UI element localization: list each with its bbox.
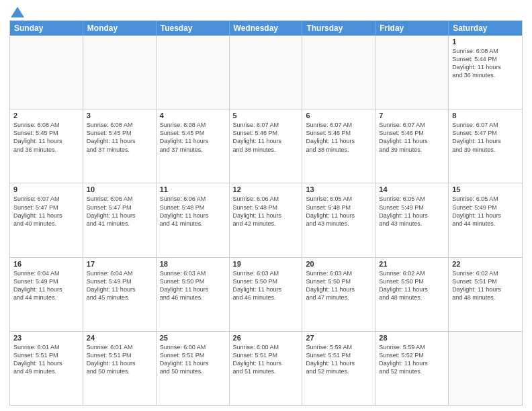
- cal-cell: 7Sunrise: 6:07 AM Sunset: 5:46 PM Daylig…: [375, 109, 449, 183]
- cal-cell: 17Sunrise: 6:04 AM Sunset: 5:49 PM Dayli…: [83, 258, 157, 331]
- cal-cell: [302, 36, 375, 109]
- day-number: 25: [160, 334, 226, 342]
- cal-cell: 13Sunrise: 6:05 AM Sunset: 5:48 PM Dayli…: [302, 183, 375, 257]
- cal-cell: 28Sunrise: 5:59 AM Sunset: 5:52 PM Dayli…: [375, 332, 449, 405]
- cal-cell: 2Sunrise: 6:08 AM Sunset: 5:45 PM Daylig…: [10, 109, 83, 183]
- day-number: 26: [233, 334, 299, 342]
- cal-cell: [375, 36, 449, 109]
- cell-info: Sunrise: 6:08 AM Sunset: 5:45 PM Dayligh…: [87, 121, 152, 154]
- cal-cell: 20Sunrise: 6:03 AM Sunset: 5:50 PM Dayli…: [302, 258, 375, 331]
- day-number: 1: [452, 38, 519, 46]
- day-header-friday: Friday: [375, 21, 449, 36]
- cal-row-3: 16Sunrise: 6:04 AM Sunset: 5:49 PM Dayli…: [10, 257, 522, 331]
- day-number: 13: [306, 185, 371, 193]
- cell-info: Sunrise: 6:06 AM Sunset: 5:47 PM Dayligh…: [87, 195, 152, 228]
- cal-cell: [157, 36, 230, 109]
- day-header-sunday: Sunday: [10, 21, 83, 36]
- day-number: 6: [306, 111, 371, 120]
- cell-info: Sunrise: 6:05 AM Sunset: 5:48 PM Dayligh…: [306, 195, 371, 228]
- cal-cell: 21Sunrise: 6:02 AM Sunset: 5:50 PM Dayli…: [375, 258, 449, 331]
- cal-cell: 22Sunrise: 6:02 AM Sunset: 5:51 PM Dayli…: [449, 258, 522, 331]
- cal-row-2: 9Sunrise: 6:07 AM Sunset: 5:47 PM Daylig…: [10, 183, 522, 257]
- cal-cell: 25Sunrise: 6:00 AM Sunset: 5:51 PM Dayli…: [157, 332, 230, 405]
- day-header-monday: Monday: [83, 21, 157, 36]
- cell-info: Sunrise: 6:05 AM Sunset: 5:49 PM Dayligh…: [379, 195, 445, 228]
- day-header-thursday: Thursday: [302, 21, 375, 36]
- logo: [9, 7, 26, 15]
- cell-info: Sunrise: 6:04 AM Sunset: 5:49 PM Dayligh…: [13, 269, 79, 302]
- cell-info: Sunrise: 6:07 AM Sunset: 5:46 PM Dayligh…: [306, 121, 371, 154]
- cal-cell: 18Sunrise: 6:03 AM Sunset: 5:50 PM Dayli…: [157, 258, 230, 331]
- cal-cell: [10, 36, 83, 109]
- cal-cell: 10Sunrise: 6:06 AM Sunset: 5:47 PM Dayli…: [83, 183, 157, 257]
- cell-info: Sunrise: 6:04 AM Sunset: 5:49 PM Dayligh…: [87, 269, 152, 302]
- calendar-header: SundayMondayTuesdayWednesdayThursdayFrid…: [10, 21, 522, 36]
- day-number: 7: [379, 111, 445, 120]
- cell-info: Sunrise: 6:03 AM Sunset: 5:50 PM Dayligh…: [233, 269, 299, 302]
- day-number: 3: [87, 111, 152, 120]
- cal-cell: [83, 36, 157, 109]
- day-number: 9: [13, 185, 79, 193]
- day-number: 18: [160, 260, 226, 268]
- cal-cell: 12Sunrise: 6:06 AM Sunset: 5:48 PM Dayli…: [230, 183, 303, 257]
- day-header-saturday: Saturday: [449, 21, 522, 36]
- day-number: 12: [233, 185, 299, 193]
- day-header-wednesday: Wednesday: [230, 21, 303, 36]
- cal-cell: 1Sunrise: 6:08 AM Sunset: 5:44 PM Daylig…: [449, 36, 522, 109]
- cell-info: Sunrise: 5:59 AM Sunset: 5:51 PM Dayligh…: [306, 343, 371, 376]
- cal-cell: [449, 332, 522, 405]
- cell-info: Sunrise: 6:01 AM Sunset: 5:51 PM Dayligh…: [13, 343, 79, 376]
- cell-info: Sunrise: 6:02 AM Sunset: 5:50 PM Dayligh…: [379, 269, 445, 302]
- day-number: 2: [13, 111, 79, 120]
- cell-info: Sunrise: 6:07 AM Sunset: 5:46 PM Dayligh…: [233, 121, 299, 154]
- cal-cell: [230, 36, 303, 109]
- day-number: 19: [233, 260, 299, 268]
- cell-info: Sunrise: 5:59 AM Sunset: 5:52 PM Dayligh…: [379, 343, 445, 376]
- cell-info: Sunrise: 6:03 AM Sunset: 5:50 PM Dayligh…: [306, 269, 371, 302]
- cell-info: Sunrise: 6:08 AM Sunset: 5:45 PM Dayligh…: [13, 121, 79, 154]
- cell-info: Sunrise: 6:00 AM Sunset: 5:51 PM Dayligh…: [233, 343, 299, 376]
- cal-cell: 9Sunrise: 6:07 AM Sunset: 5:47 PM Daylig…: [10, 183, 83, 257]
- day-number: 4: [160, 111, 226, 120]
- day-number: 20: [306, 260, 371, 268]
- cell-info: Sunrise: 6:08 AM Sunset: 5:45 PM Dayligh…: [160, 121, 226, 154]
- cal-row-1: 2Sunrise: 6:08 AM Sunset: 5:45 PM Daylig…: [10, 109, 522, 183]
- cal-cell: 6Sunrise: 6:07 AM Sunset: 5:46 PM Daylig…: [302, 109, 375, 183]
- cal-cell: 27Sunrise: 5:59 AM Sunset: 5:51 PM Dayli…: [302, 332, 375, 405]
- cal-cell: 8Sunrise: 6:07 AM Sunset: 5:47 PM Daylig…: [449, 109, 522, 183]
- cal-row-4: 23Sunrise: 6:01 AM Sunset: 5:51 PM Dayli…: [10, 331, 522, 405]
- cell-info: Sunrise: 6:01 AM Sunset: 5:51 PM Dayligh…: [87, 343, 152, 376]
- day-number: 23: [13, 334, 79, 342]
- day-number: 16: [13, 260, 79, 268]
- day-number: 15: [452, 185, 519, 193]
- logo-icon: [11, 7, 24, 17]
- cell-info: Sunrise: 6:07 AM Sunset: 5:47 PM Dayligh…: [13, 195, 79, 228]
- cal-cell: 24Sunrise: 6:01 AM Sunset: 5:51 PM Dayli…: [83, 332, 157, 405]
- cal-cell: 16Sunrise: 6:04 AM Sunset: 5:49 PM Dayli…: [10, 258, 83, 331]
- calendar-body: 1Sunrise: 6:08 AM Sunset: 5:44 PM Daylig…: [10, 36, 522, 405]
- cell-info: Sunrise: 6:06 AM Sunset: 5:48 PM Dayligh…: [160, 195, 226, 228]
- day-number: 21: [379, 260, 445, 268]
- day-number: 28: [379, 334, 445, 342]
- cell-info: Sunrise: 6:07 AM Sunset: 5:46 PM Dayligh…: [379, 121, 445, 154]
- day-number: 24: [87, 334, 152, 342]
- day-number: 11: [160, 185, 226, 193]
- cell-info: Sunrise: 6:07 AM Sunset: 5:47 PM Dayligh…: [452, 121, 519, 154]
- cal-cell: 3Sunrise: 6:08 AM Sunset: 5:45 PM Daylig…: [83, 109, 157, 183]
- cell-info: Sunrise: 6:02 AM Sunset: 5:51 PM Dayligh…: [452, 269, 519, 302]
- cal-cell: 23Sunrise: 6:01 AM Sunset: 5:51 PM Dayli…: [10, 332, 83, 405]
- cell-info: Sunrise: 6:06 AM Sunset: 5:48 PM Dayligh…: [233, 195, 299, 228]
- day-number: 14: [379, 185, 445, 193]
- cal-cell: 14Sunrise: 6:05 AM Sunset: 5:49 PM Dayli…: [375, 183, 449, 257]
- page: SundayMondayTuesdayWednesdayThursdayFrid…: [0, 0, 532, 411]
- cal-row-0: 1Sunrise: 6:08 AM Sunset: 5:44 PM Daylig…: [10, 36, 522, 109]
- cal-cell: 26Sunrise: 6:00 AM Sunset: 5:51 PM Dayli…: [230, 332, 303, 405]
- day-number: 27: [306, 334, 371, 342]
- cell-info: Sunrise: 6:05 AM Sunset: 5:49 PM Dayligh…: [452, 195, 519, 228]
- cal-cell: 15Sunrise: 6:05 AM Sunset: 5:49 PM Dayli…: [449, 183, 522, 257]
- header: [9, 7, 523, 15]
- cell-info: Sunrise: 6:08 AM Sunset: 5:44 PM Dayligh…: [452, 47, 519, 80]
- cell-info: Sunrise: 6:03 AM Sunset: 5:50 PM Dayligh…: [160, 269, 226, 302]
- day-number: 17: [87, 260, 152, 268]
- cal-cell: 4Sunrise: 6:08 AM Sunset: 5:45 PM Daylig…: [157, 109, 230, 183]
